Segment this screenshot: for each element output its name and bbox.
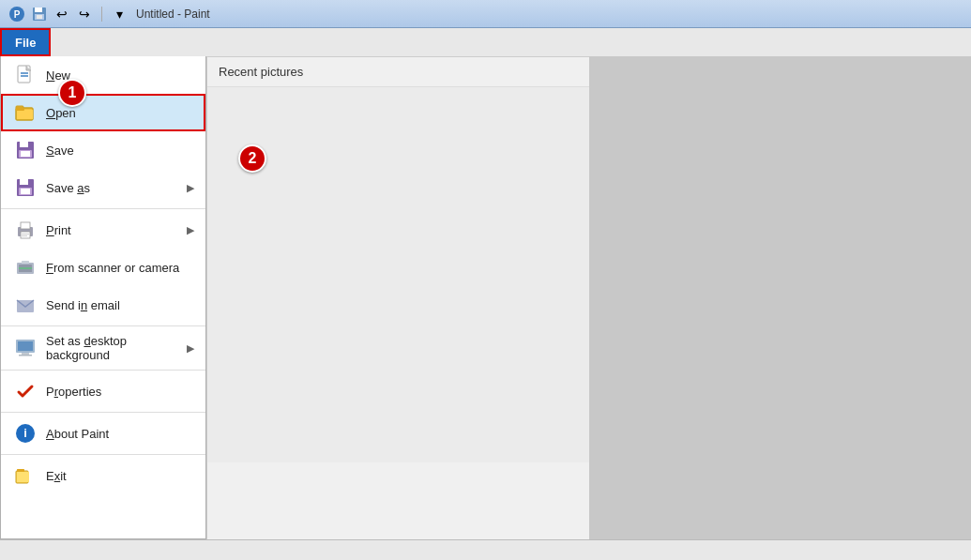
menu-item-about[interactable]: i About Paint	[1, 415, 205, 452]
save-label: Save	[46, 144, 194, 158]
menu-item-save[interactable]: Save	[1, 131, 205, 169]
desktop-icon	[12, 335, 38, 361]
svg-rect-5	[37, 15, 42, 19]
svg-rect-21	[21, 189, 30, 194]
desktop-label: Set as desktop background	[46, 334, 187, 362]
menu-item-exit[interactable]: Exit	[1, 457, 205, 494]
separator-5	[1, 454, 205, 455]
properties-icon	[12, 378, 38, 404]
svg-rect-12	[17, 110, 33, 119]
step-1-badge: 1	[58, 79, 86, 107]
svg-rect-19	[20, 179, 28, 185]
undo-quick-icon[interactable]: ↩	[53, 5, 71, 23]
app-window: P ↩ ↪ ▾ Untitled - Paint File 1	[0, 0, 971, 560]
app-icon: P	[8, 5, 26, 23]
svg-rect-30	[22, 261, 29, 264]
svg-rect-40	[17, 472, 29, 482]
separator	[101, 7, 102, 22]
new-icon	[12, 62, 38, 88]
svg-text:i: i	[23, 426, 27, 440]
saveas-icon	[12, 174, 38, 201]
svg-rect-34	[22, 353, 29, 355]
scanner-label: From scanner or camera	[46, 261, 194, 275]
separator-1	[1, 208, 205, 209]
separator-4	[1, 412, 205, 413]
scanner-icon	[12, 254, 38, 280]
desktop-arrow: ▶	[187, 342, 194, 355]
menu-item-saveas[interactable]: Save as ▶	[1, 169, 205, 206]
recent-content	[207, 87, 589, 462]
svg-rect-3	[35, 8, 42, 12]
menu-item-scanner[interactable]: From scanner or camera	[1, 249, 205, 286]
svg-rect-33	[18, 341, 33, 351]
menu-item-properties[interactable]: Properties	[1, 372, 205, 410]
about-label: About Paint	[46, 427, 194, 441]
open-icon	[12, 99, 38, 126]
status-bar	[0, 539, 971, 560]
separator-3	[1, 370, 205, 371]
print-label: Print	[46, 223, 187, 237]
saveas-label: Save as	[46, 181, 187, 195]
menu-item-open[interactable]: Open	[1, 94, 205, 131]
menu-item-print[interactable]: Print ▶	[1, 211, 205, 249]
svg-rect-17	[21, 151, 30, 157]
file-menu: New Open	[0, 56, 206, 539]
svg-rect-15	[20, 142, 28, 147]
menu-item-new[interactable]: New	[1, 56, 205, 94]
save-icon	[12, 137, 38, 163]
menu-bar: File	[0, 28, 971, 56]
file-menu-button[interactable]: File	[0, 28, 51, 56]
step-2-badge: 2	[238, 144, 266, 173]
svg-rect-23	[21, 222, 30, 229]
main-area: New Open	[0, 56, 971, 539]
title-bar-icons: P ↩ ↪ ▾	[8, 5, 129, 23]
svg-rect-25	[22, 234, 29, 235]
svg-text:P: P	[14, 9, 21, 20]
menu-item-desktop[interactable]: Set as desktop background ▶	[1, 328, 205, 368]
print-arrow: ▶	[187, 224, 194, 236]
about-icon: i	[12, 420, 38, 446]
redo-quick-icon[interactable]: ↪	[75, 5, 94, 23]
properties-label: Properties	[46, 385, 194, 399]
canvas-area	[589, 56, 971, 539]
save-quick-icon[interactable]	[30, 5, 49, 23]
exit-icon	[12, 462, 38, 489]
saveas-arrow: ▶	[187, 182, 194, 194]
email-label: Send in email	[46, 298, 194, 312]
email-icon	[12, 292, 38, 318]
open-label: Open	[46, 106, 194, 120]
svg-rect-13	[16, 108, 24, 111]
recent-header: Recent pictures	[207, 57, 589, 87]
customize-icon[interactable]: ▾	[110, 5, 129, 23]
exit-label: Exit	[46, 469, 194, 483]
separator-2	[1, 325, 205, 326]
window-title: Untitled - Paint	[136, 8, 210, 21]
svg-rect-39	[17, 469, 24, 472]
print-icon	[12, 217, 38, 243]
svg-rect-24	[21, 232, 30, 238]
menu-item-email[interactable]: Send in email	[1, 286, 205, 324]
recent-panel: Recent pictures	[206, 56, 589, 539]
svg-rect-35	[19, 355, 32, 356]
title-bar: P ↩ ↪ ▾ Untitled - Paint	[0, 0, 971, 28]
svg-rect-26	[22, 235, 27, 236]
